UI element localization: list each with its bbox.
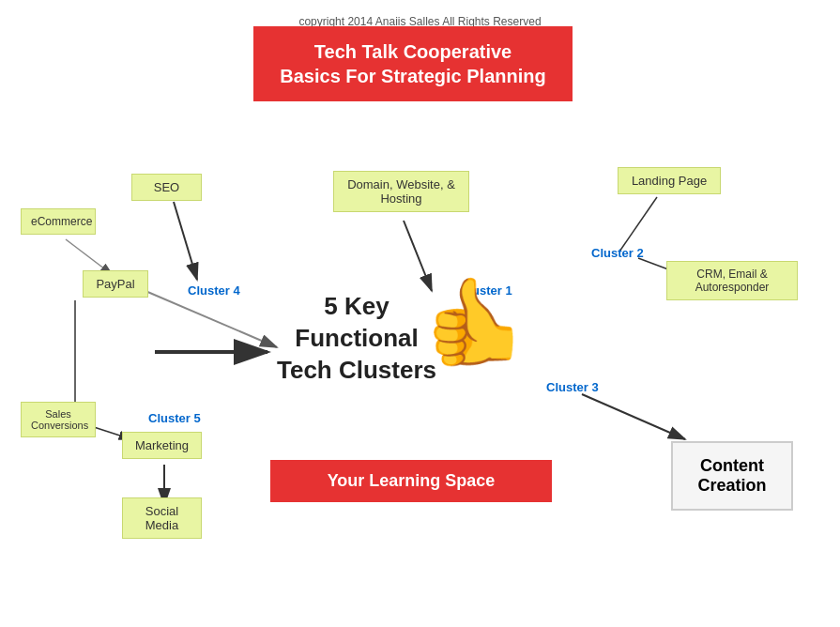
crm-email-box: CRM, Email &Autoresponder (666, 261, 798, 300)
paypal-box: PayPal (83, 270, 148, 298)
svg-line-7 (619, 197, 657, 252)
marketing-label: Marketing (135, 438, 189, 452)
domain-website-box: Domain, Website, &Hosting (333, 171, 469, 212)
svg-line-2 (174, 202, 197, 280)
svg-line-4 (145, 291, 277, 347)
title-box: Tech Talk Cooperative Basics For Strateg… (253, 26, 573, 101)
center-line2: Functional (295, 324, 418, 352)
crm-email-label: CRM, Email &Autoresponder (695, 268, 770, 294)
cluster2-label: Cluster 2 (591, 246, 644, 260)
marketing-box: Marketing (122, 432, 202, 459)
seo-label: SEO (154, 180, 179, 194)
cluster3-label: Cluster 3 (546, 380, 599, 394)
paypal-label: PayPal (96, 277, 134, 291)
ecommerce-label: eCommerce (31, 215, 92, 228)
title-line2: Basics For Strategic Planning (280, 66, 545, 86)
domain-website-label: Domain, Website, &Hosting (347, 177, 455, 206)
social-media-label: SocialMedia (145, 504, 178, 532)
content-creation-label: ContentCreation (697, 456, 766, 495)
cluster5-label: Cluster 5 (148, 411, 201, 425)
thumbs-up-icon: 👍 (422, 272, 527, 371)
copyright-text: copyright 2014 Anaiis Salles All Rights … (0, 8, 840, 28)
content-creation-box: ContentCreation (671, 441, 793, 511)
landing-page-box: Landing Page (618, 167, 721, 194)
your-learning-space-box: Your Learning Space (270, 460, 552, 502)
title-line1: Tech Talk Cooperative (314, 41, 512, 62)
your-learning-space-label: Your Learning Space (328, 471, 496, 490)
sales-conversions-label: SalesConversions (31, 408, 88, 431)
cluster4-label: Cluster 4 (188, 283, 240, 298)
center-line3: Tech Clusters (277, 356, 436, 384)
landing-page-label: Landing Page (632, 174, 707, 188)
ecommerce-box: eCommerce (21, 208, 96, 235)
center-text: 5 Key Functional Tech Clusters (272, 291, 441, 386)
center-line1: 5 Key (324, 292, 389, 320)
social-media-box: SocialMedia (122, 497, 202, 539)
svg-line-9 (582, 394, 685, 439)
seo-box: SEO (131, 174, 202, 201)
sales-conversions-box: SalesConversions (21, 402, 96, 437)
